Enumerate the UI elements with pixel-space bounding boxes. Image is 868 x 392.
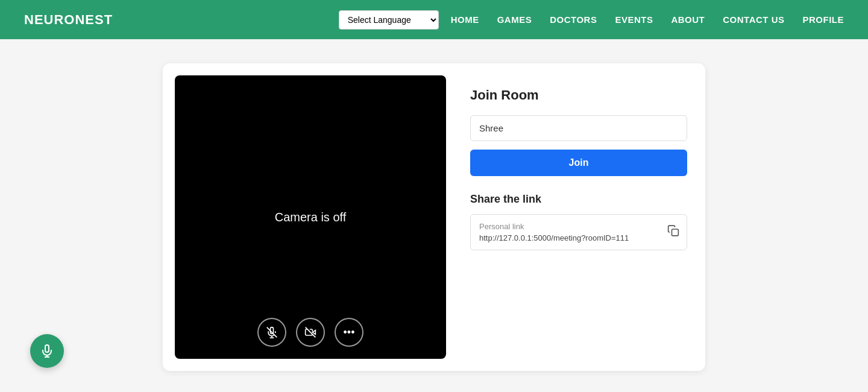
nav-profile[interactable]: PROFILE [802, 14, 844, 25]
join-room-title: Join Room [470, 87, 687, 103]
link-url: http://127.0.0.1:5000/meeting?roomID=111 [479, 233, 678, 242]
join-button[interactable]: Join [470, 150, 687, 176]
video-toggle-button[interactable] [296, 318, 325, 347]
nav-contact-us[interactable]: CONTACT US [723, 14, 784, 25]
site-logo: NEURONEST [24, 12, 113, 28]
meeting-card: Camera is off [163, 63, 705, 371]
nav-links: HOME GAMES DOCTORS EVENTS ABOUT CONTACT … [451, 14, 844, 25]
svg-rect-3 [672, 229, 679, 236]
nav-games[interactable]: GAMES [497, 14, 532, 25]
nav-about[interactable]: ABOUT [671, 14, 705, 25]
video-panel: Camera is off [175, 75, 446, 359]
svg-rect-4 [45, 345, 49, 352]
mute-button[interactable] [257, 318, 286, 347]
side-panel: Join Room Join Share the link Personal l… [464, 75, 693, 359]
copy-icon[interactable] [667, 225, 679, 240]
nav-home[interactable]: HOME [451, 14, 479, 25]
mic-fab-button[interactable] [30, 334, 64, 368]
share-title: Share the link [470, 193, 687, 206]
nav-events[interactable]: EVENTS [615, 14, 653, 25]
link-box: Personal link http://127.0.0.1:5000/meet… [470, 214, 687, 250]
main-content: Camera is off [0, 39, 868, 392]
name-input[interactable] [470, 115, 687, 141]
camera-status-text: Camera is off [275, 210, 347, 224]
language-select[interactable]: Select LanguageEnglishSpanishFrenchGerma… [339, 10, 439, 30]
navbar: NEURONEST Select LanguageEnglishSpanishF… [0, 0, 868, 39]
nav-doctors[interactable]: DOCTORS [550, 14, 597, 25]
video-controls: ••• [257, 318, 363, 347]
more-options-button[interactable]: ••• [335, 318, 363, 347]
link-label: Personal link [479, 222, 678, 231]
